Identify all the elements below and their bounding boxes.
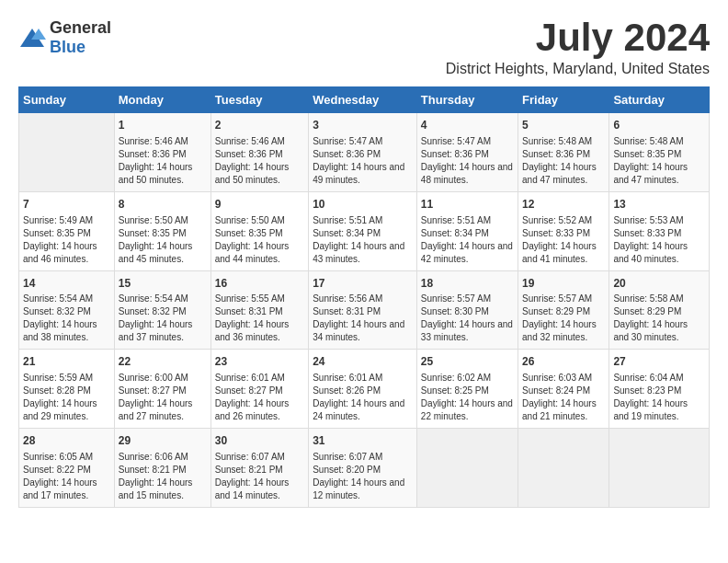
location-title: District Heights, Maryland, United State… [446, 61, 710, 77]
calendar-header: Sunday Monday Tuesday Wednesday Thursday… [19, 87, 710, 113]
calendar-row: 28Sunrise: 6:05 AMSunset: 8:22 PMDayligh… [19, 429, 710, 508]
logo-blue: Blue [50, 38, 85, 56]
day-number: 20 [613, 276, 705, 292]
logo: General Blue [18, 18, 111, 57]
header-monday: Monday [114, 87, 210, 113]
header-saturday: Saturday [609, 87, 710, 113]
logo-general: General [50, 18, 111, 37]
day-number: 18 [421, 276, 514, 292]
header: General Blue July 2024 District Heights,… [18, 18, 710, 77]
day-info: Sunrise: 5:54 AMSunset: 8:32 PMDaylight:… [23, 293, 110, 344]
table-cell: 31Sunrise: 6:07 AMSunset: 8:20 PMDayligh… [309, 429, 417, 508]
calendar-row: 1Sunrise: 5:46 AMSunset: 8:36 PMDaylight… [19, 113, 710, 192]
day-number: 30 [215, 433, 304, 449]
day-number: 5 [522, 118, 605, 133]
day-number: 8 [119, 197, 207, 213]
table-cell: 23Sunrise: 6:01 AMSunset: 8:27 PMDayligh… [210, 350, 308, 429]
day-info: Sunrise: 5:50 AMSunset: 8:35 PMDaylight:… [119, 214, 207, 266]
table-cell: 9Sunrise: 5:50 AMSunset: 8:35 PMDaylight… [210, 191, 308, 270]
table-cell: 17Sunrise: 5:56 AMSunset: 8:31 PMDayligh… [309, 270, 417, 350]
table-cell: 27Sunrise: 6:04 AMSunset: 8:23 PMDayligh… [609, 350, 710, 429]
table-cell: 24Sunrise: 6:01 AMSunset: 8:26 PMDayligh… [309, 350, 417, 429]
day-number: 26 [522, 354, 605, 370]
day-info: Sunrise: 5:57 AMSunset: 8:30 PMDaylight:… [421, 293, 514, 344]
header-sunday: Sunday [19, 87, 115, 113]
day-number: 10 [313, 197, 413, 213]
day-info: Sunrise: 5:46 AMSunset: 8:36 PMDaylight:… [215, 135, 304, 187]
day-info: Sunrise: 6:01 AMSunset: 8:27 PMDaylight:… [215, 372, 304, 423]
table-cell: 2Sunrise: 5:46 AMSunset: 8:36 PMDaylight… [210, 113, 308, 192]
table-cell: 15Sunrise: 5:54 AMSunset: 8:32 PMDayligh… [114, 270, 210, 350]
table-cell: 28Sunrise: 6:05 AMSunset: 8:22 PMDayligh… [19, 429, 115, 508]
day-number: 12 [522, 197, 605, 213]
day-info: Sunrise: 5:50 AMSunset: 8:35 PMDaylight:… [215, 214, 304, 266]
table-cell: 4Sunrise: 5:47 AMSunset: 8:36 PMDaylight… [416, 113, 518, 192]
day-info: Sunrise: 5:48 AMSunset: 8:35 PMDaylight:… [613, 135, 705, 187]
header-tuesday: Tuesday [210, 87, 308, 113]
header-wednesday: Wednesday [309, 87, 417, 113]
table-cell: 10Sunrise: 5:51 AMSunset: 8:34 PMDayligh… [309, 191, 417, 270]
day-info: Sunrise: 6:06 AMSunset: 8:21 PMDaylight:… [119, 451, 207, 502]
day-info: Sunrise: 5:47 AMSunset: 8:36 PMDaylight:… [421, 135, 514, 187]
table-cell: 16Sunrise: 5:55 AMSunset: 8:31 PMDayligh… [210, 270, 308, 350]
day-number: 28 [23, 433, 110, 449]
table-cell: 8Sunrise: 5:50 AMSunset: 8:35 PMDaylight… [114, 191, 210, 270]
header-row: Sunday Monday Tuesday Wednesday Thursday… [19, 87, 710, 113]
day-info: Sunrise: 5:46 AMSunset: 8:36 PMDaylight:… [119, 135, 207, 187]
table-cell: 13Sunrise: 5:53 AMSunset: 8:33 PMDayligh… [609, 191, 710, 270]
table-cell: 5Sunrise: 5:48 AMSunset: 8:36 PMDaylight… [518, 113, 609, 192]
table-cell: 20Sunrise: 5:58 AMSunset: 8:29 PMDayligh… [609, 270, 710, 350]
day-info: Sunrise: 5:54 AMSunset: 8:32 PMDaylight:… [119, 293, 207, 344]
day-number: 24 [313, 354, 413, 370]
table-cell: 25Sunrise: 6:02 AMSunset: 8:25 PMDayligh… [416, 350, 518, 429]
day-info: Sunrise: 5:59 AMSunset: 8:28 PMDaylight:… [23, 372, 110, 423]
table-cell [19, 113, 115, 192]
table-cell: 22Sunrise: 6:00 AMSunset: 8:27 PMDayligh… [114, 350, 210, 429]
table-cell: 3Sunrise: 5:47 AMSunset: 8:36 PMDaylight… [309, 113, 417, 192]
day-info: Sunrise: 5:49 AMSunset: 8:35 PMDaylight:… [23, 214, 110, 266]
table-cell: 7Sunrise: 5:49 AMSunset: 8:35 PMDaylight… [19, 191, 115, 270]
title-area: July 2024 District Heights, Maryland, Un… [446, 18, 710, 77]
day-info: Sunrise: 6:01 AMSunset: 8:26 PMDaylight:… [313, 372, 413, 423]
day-info: Sunrise: 6:03 AMSunset: 8:24 PMDaylight:… [522, 372, 605, 423]
day-number: 7 [23, 197, 110, 213]
day-number: 9 [215, 197, 304, 213]
day-number: 23 [215, 354, 304, 370]
table-cell [416, 429, 518, 508]
day-info: Sunrise: 5:58 AMSunset: 8:29 PMDaylight:… [613, 293, 705, 344]
calendar-row: 7Sunrise: 5:49 AMSunset: 8:35 PMDaylight… [19, 191, 710, 270]
table-cell [518, 429, 609, 508]
table-cell: 18Sunrise: 5:57 AMSunset: 8:30 PMDayligh… [416, 270, 518, 350]
header-thursday: Thursday [416, 87, 518, 113]
day-number: 31 [313, 433, 413, 449]
calendar-table: Sunday Monday Tuesday Wednesday Thursday… [18, 86, 710, 508]
table-cell: 21Sunrise: 5:59 AMSunset: 8:28 PMDayligh… [19, 350, 115, 429]
day-info: Sunrise: 5:47 AMSunset: 8:36 PMDaylight:… [313, 135, 413, 187]
day-info: Sunrise: 5:53 AMSunset: 8:33 PMDaylight:… [613, 214, 705, 266]
day-info: Sunrise: 5:51 AMSunset: 8:34 PMDaylight:… [313, 214, 413, 266]
day-number: 1 [119, 118, 207, 133]
day-info: Sunrise: 5:56 AMSunset: 8:31 PMDaylight:… [313, 293, 413, 344]
day-number: 15 [119, 276, 207, 292]
day-info: Sunrise: 6:05 AMSunset: 8:22 PMDaylight:… [23, 451, 110, 502]
day-number: 27 [613, 354, 705, 370]
day-info: Sunrise: 6:07 AMSunset: 8:20 PMDaylight:… [313, 451, 413, 502]
day-info: Sunrise: 5:51 AMSunset: 8:34 PMDaylight:… [421, 214, 514, 266]
day-info: Sunrise: 6:07 AMSunset: 8:21 PMDaylight:… [215, 451, 304, 502]
day-number: 22 [119, 354, 207, 370]
day-number: 19 [522, 276, 605, 292]
month-title: July 2024 [446, 18, 710, 57]
day-number: 29 [119, 433, 207, 449]
day-number: 3 [313, 118, 413, 133]
day-info: Sunrise: 6:00 AMSunset: 8:27 PMDaylight:… [119, 372, 207, 423]
table-cell: 1Sunrise: 5:46 AMSunset: 8:36 PMDaylight… [114, 113, 210, 192]
calendar-row: 14Sunrise: 5:54 AMSunset: 8:32 PMDayligh… [19, 270, 710, 350]
day-number: 17 [313, 276, 413, 292]
logo-text: General Blue [50, 18, 111, 57]
day-info: Sunrise: 5:52 AMSunset: 8:33 PMDaylight:… [522, 214, 605, 266]
table-cell: 30Sunrise: 6:07 AMSunset: 8:21 PMDayligh… [210, 429, 308, 508]
day-info: Sunrise: 5:57 AMSunset: 8:29 PMDaylight:… [522, 293, 605, 344]
day-number: 16 [215, 276, 304, 292]
day-info: Sunrise: 6:02 AMSunset: 8:25 PMDaylight:… [421, 372, 514, 423]
table-cell: 11Sunrise: 5:51 AMSunset: 8:34 PMDayligh… [416, 191, 518, 270]
